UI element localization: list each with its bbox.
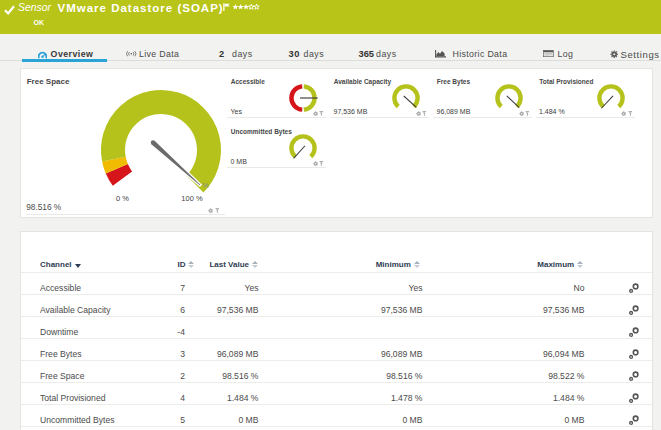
- svg-text:%: %: [203, 182, 209, 189]
